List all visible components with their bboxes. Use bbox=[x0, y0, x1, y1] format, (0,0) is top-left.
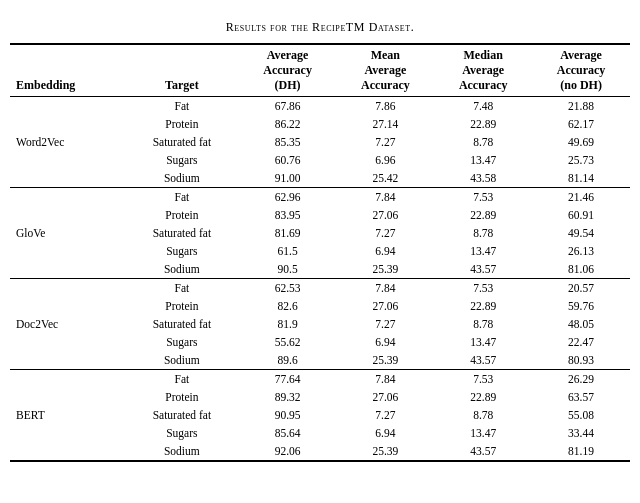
mean-avg-acc-cell: 7.27 bbox=[336, 133, 434, 151]
avg-acc-dh-cell: 83.95 bbox=[239, 206, 337, 224]
avg-acc-no-dh-cell: 26.29 bbox=[532, 370, 630, 389]
target-cell: Sugars bbox=[125, 424, 239, 442]
avg-acc-no-dh-cell: 49.54 bbox=[532, 224, 630, 242]
col-header-median-avg-acc: MedianAverageAccuracy bbox=[434, 44, 532, 97]
avg-acc-no-dh-cell: 26.13 bbox=[532, 242, 630, 260]
avg-acc-no-dh-cell: 48.05 bbox=[532, 315, 630, 333]
avg-acc-dh-cell: 86.22 bbox=[239, 115, 337, 133]
avg-acc-no-dh-cell: 62.17 bbox=[532, 115, 630, 133]
median-avg-acc-cell: 7.48 bbox=[434, 97, 532, 116]
median-avg-acc-cell: 8.78 bbox=[434, 315, 532, 333]
median-avg-acc-cell: 43.58 bbox=[434, 169, 532, 188]
avg-acc-no-dh-cell: 81.14 bbox=[532, 169, 630, 188]
mean-avg-acc-cell: 7.86 bbox=[336, 97, 434, 116]
median-avg-acc-cell: 43.57 bbox=[434, 351, 532, 370]
mean-avg-acc-cell: 25.39 bbox=[336, 260, 434, 279]
mean-avg-acc-cell: 6.94 bbox=[336, 424, 434, 442]
mean-avg-acc-cell: 6.94 bbox=[336, 333, 434, 351]
median-avg-acc-cell: 13.47 bbox=[434, 242, 532, 260]
median-avg-acc-cell: 43.57 bbox=[434, 442, 532, 461]
median-avg-acc-cell: 7.53 bbox=[434, 279, 532, 298]
median-avg-acc-cell: 7.53 bbox=[434, 370, 532, 389]
mean-avg-acc-cell: 25.39 bbox=[336, 351, 434, 370]
avg-acc-no-dh-cell: 55.08 bbox=[532, 406, 630, 424]
avg-acc-no-dh-cell: 81.06 bbox=[532, 260, 630, 279]
avg-acc-dh-cell: 92.06 bbox=[239, 442, 337, 461]
col-header-avg-acc-no-dh: AverageAccuracy(no DH) bbox=[532, 44, 630, 97]
mean-avg-acc-cell: 7.27 bbox=[336, 315, 434, 333]
avg-acc-no-dh-cell: 81.19 bbox=[532, 442, 630, 461]
median-avg-acc-cell: 8.78 bbox=[434, 133, 532, 151]
median-avg-acc-cell: 8.78 bbox=[434, 406, 532, 424]
mean-avg-acc-cell: 7.27 bbox=[336, 224, 434, 242]
target-cell: Sodium bbox=[125, 442, 239, 461]
avg-acc-no-dh-cell: 22.47 bbox=[532, 333, 630, 351]
avg-acc-no-dh-cell: 21.88 bbox=[532, 97, 630, 116]
mean-avg-acc-cell: 25.42 bbox=[336, 169, 434, 188]
median-avg-acc-cell: 13.47 bbox=[434, 151, 532, 169]
avg-acc-dh-cell: 85.35 bbox=[239, 133, 337, 151]
median-avg-acc-cell: 13.47 bbox=[434, 424, 532, 442]
avg-acc-dh-cell: 91.00 bbox=[239, 169, 337, 188]
mean-avg-acc-cell: 7.27 bbox=[336, 406, 434, 424]
avg-acc-no-dh-cell: 60.91 bbox=[532, 206, 630, 224]
col-header-avg-acc-dh: AverageAccuracy(DH) bbox=[239, 44, 337, 97]
avg-acc-dh-cell: 67.86 bbox=[239, 97, 337, 116]
target-cell: Sodium bbox=[125, 169, 239, 188]
avg-acc-dh-cell: 81.69 bbox=[239, 224, 337, 242]
target-cell: Protein bbox=[125, 206, 239, 224]
avg-acc-dh-cell: 82.6 bbox=[239, 297, 337, 315]
results-table: Embedding Target AverageAccuracy(DH) Mea… bbox=[10, 43, 630, 462]
median-avg-acc-cell: 8.78 bbox=[434, 224, 532, 242]
col-header-mean-avg-acc: MeanAverageAccuracy bbox=[336, 44, 434, 97]
mean-avg-acc-cell: 27.06 bbox=[336, 297, 434, 315]
target-cell: Sugars bbox=[125, 151, 239, 169]
avg-acc-no-dh-cell: 80.93 bbox=[532, 351, 630, 370]
col-header-embedding: Embedding bbox=[10, 44, 125, 97]
mean-avg-acc-cell: 6.96 bbox=[336, 151, 434, 169]
mean-avg-acc-cell: 6.94 bbox=[336, 242, 434, 260]
target-cell: Protein bbox=[125, 297, 239, 315]
median-avg-acc-cell: 7.53 bbox=[434, 188, 532, 207]
avg-acc-dh-cell: 85.64 bbox=[239, 424, 337, 442]
avg-acc-no-dh-cell: 59.76 bbox=[532, 297, 630, 315]
mean-avg-acc-cell: 7.84 bbox=[336, 279, 434, 298]
target-cell: Fat bbox=[125, 97, 239, 116]
target-cell: Protein bbox=[125, 388, 239, 406]
avg-acc-dh-cell: 89.6 bbox=[239, 351, 337, 370]
col-header-target: Target bbox=[125, 44, 239, 97]
mean-avg-acc-cell: 27.14 bbox=[336, 115, 434, 133]
avg-acc-no-dh-cell: 49.69 bbox=[532, 133, 630, 151]
avg-acc-no-dh-cell: 20.57 bbox=[532, 279, 630, 298]
target-cell: Saturated fat bbox=[125, 406, 239, 424]
target-cell: Sugars bbox=[125, 333, 239, 351]
target-cell: Fat bbox=[125, 279, 239, 298]
avg-acc-dh-cell: 90.5 bbox=[239, 260, 337, 279]
table-title: Results for the RecipeTM Dataset. bbox=[10, 20, 630, 35]
mean-avg-acc-cell: 27.06 bbox=[336, 388, 434, 406]
avg-acc-dh-cell: 89.32 bbox=[239, 388, 337, 406]
avg-acc-dh-cell: 61.5 bbox=[239, 242, 337, 260]
embedding-cell-glove: GloVe bbox=[10, 188, 125, 279]
target-cell: Protein bbox=[125, 115, 239, 133]
target-cell: Saturated fat bbox=[125, 133, 239, 151]
avg-acc-dh-cell: 60.76 bbox=[239, 151, 337, 169]
target-cell: Sodium bbox=[125, 351, 239, 370]
mean-avg-acc-cell: 27.06 bbox=[336, 206, 434, 224]
embedding-cell-doc2vec: Doc2Vec bbox=[10, 279, 125, 370]
mean-avg-acc-cell: 7.84 bbox=[336, 370, 434, 389]
median-avg-acc-cell: 22.89 bbox=[434, 297, 532, 315]
avg-acc-dh-cell: 62.53 bbox=[239, 279, 337, 298]
avg-acc-no-dh-cell: 25.73 bbox=[532, 151, 630, 169]
median-avg-acc-cell: 13.47 bbox=[434, 333, 532, 351]
median-avg-acc-cell: 43.57 bbox=[434, 260, 532, 279]
embedding-cell-bert: BERT bbox=[10, 370, 125, 462]
median-avg-acc-cell: 22.89 bbox=[434, 115, 532, 133]
target-cell: Saturated fat bbox=[125, 224, 239, 242]
embedding-cell-word2vec: Word2Vec bbox=[10, 97, 125, 188]
avg-acc-dh-cell: 55.62 bbox=[239, 333, 337, 351]
target-cell: Sugars bbox=[125, 242, 239, 260]
main-container: Results for the RecipeTM Dataset. Embedd… bbox=[10, 20, 630, 462]
avg-acc-dh-cell: 81.9 bbox=[239, 315, 337, 333]
avg-acc-no-dh-cell: 63.57 bbox=[532, 388, 630, 406]
